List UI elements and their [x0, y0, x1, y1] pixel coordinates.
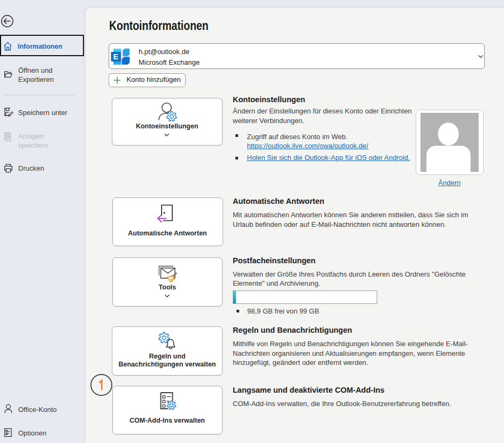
svg-text:E: E	[113, 52, 119, 61]
